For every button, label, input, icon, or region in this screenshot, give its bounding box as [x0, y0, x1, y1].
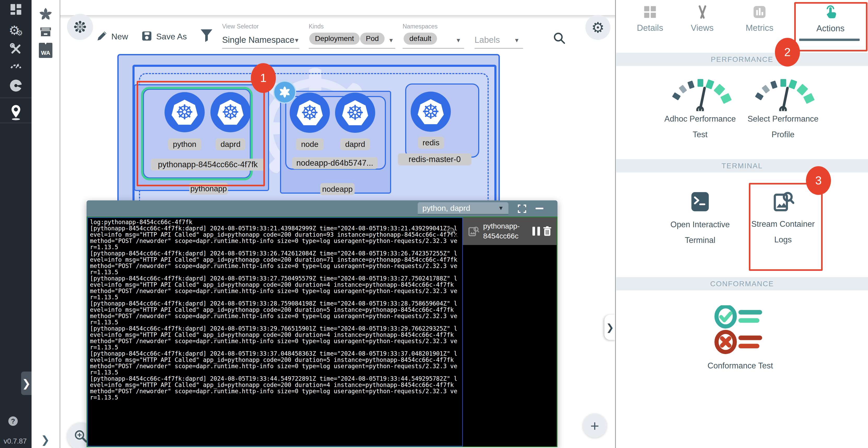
delete-stream-icon[interactable] — [542, 226, 552, 236]
magnifier-cursor-icon — [446, 227, 458, 239]
container-selector[interactable]: python, daprd ▼ — [418, 202, 508, 215]
container-selector-value: python, daprd — [423, 204, 470, 213]
pencil-icon — [96, 30, 108, 43]
annotation-box-1 — [136, 81, 265, 186]
tab-details[interactable]: Details — [626, 0, 674, 42]
terminal-icon — [690, 191, 711, 212]
labels-underline — [474, 48, 523, 49]
views-icon — [695, 5, 710, 19]
gauge-icon — [668, 78, 733, 111]
stream-pod-name-line2: 8454cc66c — [483, 231, 520, 241]
container-redis[interactable]: ☸ — [411, 92, 451, 132]
save-icon — [141, 30, 153, 43]
meshery-logo-icon[interactable] — [32, 7, 60, 22]
pod-name-label: redis-master-0 — [398, 153, 471, 166]
panel-collapse-chevron[interactable]: ❯ — [604, 315, 616, 340]
toolbar-shadow — [60, 15, 616, 19]
chevron-down-icon[interactable]: ▼ — [456, 37, 461, 44]
open-interactive-terminal-action[interactable]: Open Interactive Terminal — [663, 191, 737, 248]
tab-label: Metrics — [746, 23, 773, 33]
left-sidebar: ⚙⚙ ❯ ? v0.7.87 — [0, 0, 32, 448]
conformance-checklist-icon — [713, 305, 768, 355]
chevron-down-icon[interactable]: ▼ — [514, 37, 520, 44]
sidebar-divider — [0, 123, 32, 123]
details-grid-icon — [643, 5, 657, 19]
panel-divider — [615, 0, 616, 448]
dapr-badge-icon — [273, 81, 296, 103]
rail-expand-chevron[interactable]: ❯ — [41, 434, 50, 446]
container-node[interactable]: ☸ — [290, 93, 330, 133]
action-label: Select Performance — [748, 111, 818, 127]
annotation-box-3 — [749, 183, 823, 271]
designs-archive-icon[interactable] — [32, 25, 60, 39]
add-node-button[interactable]: + — [583, 414, 607, 438]
log-text: log:pythonapp-8454cc66c-4f7fk [pythonapp… — [88, 218, 462, 401]
app-root: ⚙⚙ ❯ ? v0.7.87 WA ❯ — [0, 0, 868, 448]
section-conformance-header: CONFORMANCE — [616, 277, 868, 290]
new-button[interactable]: New — [111, 32, 128, 41]
log-terminal-window: python, daprd ▼ log:pythonapp-8454cc66c-… — [87, 200, 557, 448]
save-as-button[interactable]: Save As — [156, 32, 187, 41]
performance-gauge-icon[interactable] — [0, 61, 32, 70]
deployment-name-label: nodeapp — [320, 183, 354, 195]
action-label: Test — [693, 127, 708, 143]
canvas-settings-button[interactable]: ⚙ — [585, 15, 610, 40]
labels-select[interactable]: Labels — [474, 35, 500, 45]
dashboard-icon[interactable] — [0, 4, 32, 15]
action-label: Open Interactive — [670, 217, 730, 233]
toolkit-icon[interactable] — [0, 43, 32, 55]
container-daprd-node[interactable]: ☸ — [335, 93, 375, 133]
section-terminal-header: TERMINAL — [616, 159, 868, 173]
search-icon[interactable] — [553, 31, 566, 46]
tab-label: Details — [637, 23, 663, 33]
namespaces-label: Namespaces — [403, 23, 437, 30]
stream-pod-name-line1: pythonapp- — [483, 221, 520, 231]
sidebar-expand-chevron[interactable]: ❯ — [21, 371, 32, 395]
help-icon[interactable]: ? — [8, 416, 18, 426]
mesh-pie-icon[interactable] — [0, 80, 32, 92]
container-label: node — [296, 138, 323, 150]
chevron-down-icon[interactable]: ▼ — [388, 37, 394, 44]
version-label: v0.7.87 — [4, 437, 27, 445]
action-label: Adhoc Performance — [664, 111, 736, 127]
action-label: Terminal — [685, 233, 715, 248]
container-label: redis — [418, 137, 444, 149]
select-performance-profile-action[interactable]: Select Performance Profile — [746, 78, 819, 143]
settings-gears-icon[interactable]: ⚙⚙ — [0, 23, 32, 37]
tab-metrics[interactable]: Metrics — [736, 0, 783, 42]
section-performance-header: PERFORMANCE — [616, 53, 868, 66]
meshsync-button[interactable] — [67, 14, 93, 40]
gauge-icon — [750, 78, 815, 111]
view-selector-label: View Selector — [222, 23, 259, 30]
pause-stream-icon[interactable] — [532, 227, 540, 236]
log-stream-list: pythonapp- 8454cc66c — [463, 217, 557, 446]
terminal-header[interactable]: python, daprd ▼ — [87, 200, 557, 216]
visualize-pin-icon[interactable] — [0, 104, 32, 121]
visualize-canvas: New Save As View Selector Single Namespa… — [60, 0, 616, 448]
tab-views[interactable]: Views — [679, 0, 726, 42]
adhoc-performance-test-action[interactable]: Adhoc Performance Test — [663, 78, 737, 143]
action-label: Conformance Test — [708, 358, 773, 374]
metrics-icon — [752, 5, 767, 19]
annotation-badge-3: 3 — [806, 166, 831, 195]
container-label: daprd — [340, 138, 370, 150]
wa-label: WA — [39, 43, 53, 58]
details-panel: Details Views Metrics Actions 2 PERFORMA… — [616, 0, 868, 448]
chevron-down-icon: ▼ — [498, 205, 504, 212]
filter-funnel-icon[interactable] — [200, 29, 213, 43]
secondary-rail: WA ❯ — [32, 0, 60, 448]
workspace-wa-icon[interactable]: WA — [32, 43, 60, 58]
log-pane[interactable]: log:pythonapp-8454cc66c-4f7fk [pythonapp… — [87, 217, 463, 446]
pod-name-label: nodeapp-d64b5747... — [292, 157, 377, 169]
namespace-chip-default[interactable]: default — [404, 33, 437, 44]
conformance-test-action[interactable]: Conformance Test — [704, 305, 777, 374]
tab-label: Views — [691, 23, 713, 33]
plus-icon: + — [590, 417, 599, 435]
annotation-badge-2: 2 — [775, 38, 800, 66]
fullscreen-icon[interactable] — [517, 204, 527, 214]
terminal-body: log:pythonapp-8454cc66c-4f7fk [pythonapp… — [87, 216, 557, 447]
minimize-icon[interactable] — [535, 208, 544, 209]
action-label: Profile — [772, 127, 795, 143]
log-stream-tab[interactable]: pythonapp- 8454cc66c — [463, 217, 557, 245]
namespaces-underline — [403, 48, 464, 49]
